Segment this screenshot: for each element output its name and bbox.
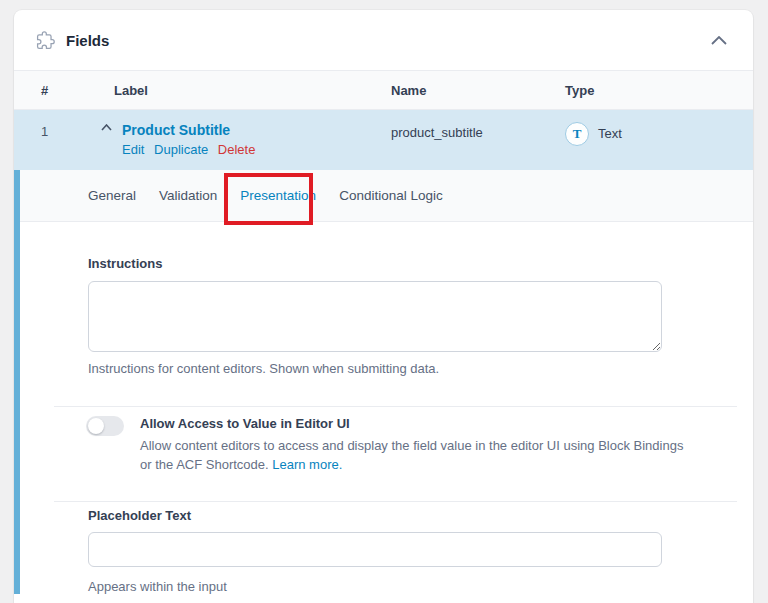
instructions-label: Instructions (88, 256, 662, 271)
fields-panel: Fields # Label Name Type 1 Product Subti… (14, 10, 753, 603)
column-header-label: Label (114, 83, 391, 98)
placeholder-help: Appears within the input (88, 579, 662, 594)
field-settings-tabbar: General Validation Presentation Conditio… (20, 170, 753, 222)
puzzle-icon (36, 31, 55, 50)
instructions-help: Instructions for content editors. Shown … (88, 361, 662, 376)
learn-more-link[interactable]: Learn more. (272, 457, 342, 472)
toggle-knob (88, 418, 104, 434)
panel-title: Fields (66, 32, 707, 49)
placeholder-input[interactable] (88, 532, 662, 567)
editor-access-setting: Allow Access to Value in Editor UI Allow… (20, 407, 753, 501)
editor-access-toggle[interactable] (86, 416, 124, 436)
duplicate-link[interactable]: Duplicate (154, 142, 208, 157)
edit-link[interactable]: Edit (122, 142, 144, 157)
field-row[interactable]: 1 Product Subtitle Edit Duplicate Delete… (14, 110, 753, 170)
placeholder-setting: Placeholder Text Appears within the inpu… (20, 502, 753, 594)
instructions-setting: Instructions Instructions for content ed… (20, 222, 753, 406)
editor-access-label: Allow Access to Value in Editor UI (140, 416, 688, 432)
placeholder-label: Placeholder Text (88, 508, 662, 523)
field-type-value: Text (598, 122, 622, 141)
field-row-main: Product Subtitle Edit Duplicate Delete (122, 122, 391, 170)
column-header-name: Name (391, 83, 565, 98)
chevron-up-icon (101, 124, 112, 131)
field-label-link[interactable]: Product Subtitle (122, 122, 391, 138)
text-type-icon: T (565, 122, 589, 146)
field-type-cell: T Text (565, 122, 753, 170)
field-row-index: 1 (41, 122, 101, 170)
collapse-panel-button[interactable] (707, 32, 731, 49)
tab-conditional-logic[interactable]: Conditional Logic (339, 188, 443, 203)
editor-access-description: Allow content editors to access and disp… (140, 436, 688, 474)
collapse-field-button[interactable] (101, 122, 122, 138)
tab-validation[interactable]: Validation (159, 188, 217, 203)
tab-presentation[interactable]: Presentation (240, 188, 316, 203)
field-settings: General Validation Presentation Conditio… (14, 170, 753, 594)
column-header-number: # (41, 83, 114, 98)
field-name-value: product_subtitle (391, 122, 565, 170)
editor-access-description-text: Allow content editors to access and disp… (140, 438, 683, 472)
fields-panel-header: Fields (14, 10, 753, 70)
field-row-actions: Edit Duplicate Delete (122, 143, 391, 157)
chevron-up-icon (711, 36, 727, 45)
tab-general[interactable]: General (88, 188, 136, 203)
editor-access-texts: Allow Access to Value in Editor UI Allow… (140, 416, 688, 474)
fields-table-header: # Label Name Type (14, 70, 753, 110)
column-header-type: Type (565, 83, 753, 98)
instructions-textarea[interactable] (88, 281, 662, 352)
delete-link[interactable]: Delete (218, 142, 256, 157)
